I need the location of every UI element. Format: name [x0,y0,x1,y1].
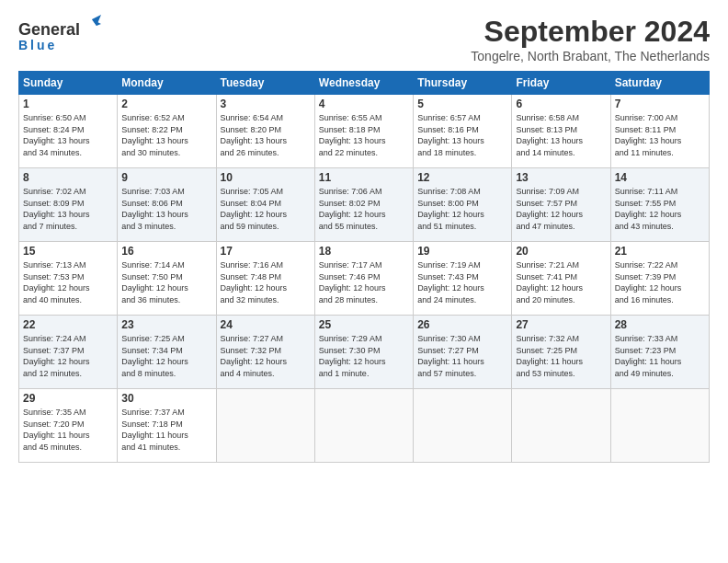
location-subtitle: Tongelre, North Brabant, The Netherlands [471,49,710,63]
calendar-cell: 26Sunrise: 7:30 AM Sunset: 7:27 PM Dayli… [414,316,512,389]
calendar-cell: 6Sunrise: 6:58 AM Sunset: 8:13 PM Daylig… [512,95,610,168]
weekday-header-monday: Monday [118,72,216,95]
logo: General Blue [18,15,101,55]
header: General Blue September 2024 Tongelre, No… [18,15,710,63]
calendar-cell: 25Sunrise: 7:29 AM Sunset: 7:30 PM Dayli… [314,316,413,389]
weekday-header-friday: Friday [512,72,610,95]
calendar-cell [314,389,413,463]
day-info: Sunrise: 7:06 AM Sunset: 8:02 PM Dayligh… [319,186,409,232]
day-info: Sunrise: 7:35 AM Sunset: 7:20 PM Dayligh… [23,407,113,453]
calendar-cell: 9Sunrise: 7:03 AM Sunset: 8:06 PM Daylig… [118,168,216,242]
day-number: 23 [121,318,211,331]
calendar-cell [610,389,709,463]
day-number: 17 [221,245,311,258]
calendar-cell: 12Sunrise: 7:08 AM Sunset: 8:00 PM Dayli… [414,168,512,242]
weekday-header-thursday: Thursday [414,72,512,95]
calendar-cell: 5Sunrise: 6:57 AM Sunset: 8:16 PM Daylig… [414,95,512,168]
weekday-header-wednesday: Wednesday [314,72,413,95]
day-info: Sunrise: 7:29 AM Sunset: 7:30 PM Dayligh… [319,333,409,379]
day-number: 2 [121,98,211,110]
calendar-cell: 28Sunrise: 7:33 AM Sunset: 7:23 PM Dayli… [610,316,709,389]
day-info: Sunrise: 6:58 AM Sunset: 8:13 PM Dayligh… [516,112,606,158]
day-number: 3 [221,98,311,110]
day-number: 9 [121,171,211,184]
calendar-week-3: 15Sunrise: 7:13 AM Sunset: 7:53 PM Dayli… [19,242,710,316]
calendar-cell [512,389,610,463]
day-info: Sunrise: 6:57 AM Sunset: 8:16 PM Dayligh… [417,112,507,158]
day-info: Sunrise: 7:13 AM Sunset: 7:53 PM Dayligh… [23,259,113,305]
calendar-cell: 15Sunrise: 7:13 AM Sunset: 7:53 PM Dayli… [19,242,118,316]
day-info: Sunrise: 6:52 AM Sunset: 8:22 PM Dayligh… [121,112,211,158]
day-number: 7 [615,98,705,110]
calendar-cell: 21Sunrise: 7:22 AM Sunset: 7:39 PM Dayli… [610,242,709,316]
weekday-header-sunday: Sunday [19,72,118,95]
calendar-cell: 3Sunrise: 6:54 AM Sunset: 8:20 PM Daylig… [216,95,314,168]
day-info: Sunrise: 7:30 AM Sunset: 7:27 PM Dayligh… [417,333,507,379]
day-info: Sunrise: 7:27 AM Sunset: 7:32 PM Dayligh… [221,333,311,379]
day-number: 26 [417,318,507,331]
day-info: Sunrise: 7:11 AM Sunset: 7:55 PM Dayligh… [615,186,705,232]
day-info: Sunrise: 7:17 AM Sunset: 7:46 PM Dayligh… [319,259,409,305]
day-info: Sunrise: 7:22 AM Sunset: 7:39 PM Dayligh… [615,259,705,305]
calendar-cell: 22Sunrise: 7:24 AM Sunset: 7:37 PM Dayli… [19,316,118,389]
day-number: 11 [319,171,409,184]
day-number: 28 [615,318,705,331]
day-info: Sunrise: 7:14 AM Sunset: 7:50 PM Dayligh… [121,259,211,305]
calendar-week-2: 8Sunrise: 7:02 AM Sunset: 8:09 PM Daylig… [19,168,710,242]
calendar-cell: 1Sunrise: 6:50 AM Sunset: 8:24 PM Daylig… [19,95,118,168]
day-info: Sunrise: 7:02 AM Sunset: 8:09 PM Dayligh… [23,186,113,232]
calendar-cell: 20Sunrise: 7:21 AM Sunset: 7:41 PM Dayli… [512,242,610,316]
day-number: 24 [221,318,311,331]
weekday-header-tuesday: Tuesday [216,72,314,95]
day-number: 8 [23,171,113,184]
day-number: 6 [516,98,606,110]
day-info: Sunrise: 7:08 AM Sunset: 8:00 PM Dayligh… [417,186,507,232]
day-info: Sunrise: 6:55 AM Sunset: 8:18 PM Dayligh… [319,112,409,158]
day-info: Sunrise: 7:00 AM Sunset: 8:11 PM Dayligh… [615,112,705,158]
day-number: 18 [319,245,409,258]
day-number: 27 [516,318,606,331]
day-info: Sunrise: 7:05 AM Sunset: 8:04 PM Dayligh… [221,186,311,232]
day-info: Sunrise: 7:33 AM Sunset: 7:23 PM Dayligh… [615,333,705,379]
day-info: Sunrise: 7:37 AM Sunset: 7:18 PM Dayligh… [121,407,211,453]
day-info: Sunrise: 7:21 AM Sunset: 7:41 PM Dayligh… [516,259,606,305]
day-number: 12 [417,171,507,184]
day-number: 29 [23,392,113,405]
day-info: Sunrise: 7:19 AM Sunset: 7:43 PM Dayligh… [417,259,507,305]
day-number: 14 [615,171,705,184]
day-number: 30 [121,392,211,405]
calendar-cell: 17Sunrise: 7:16 AM Sunset: 7:48 PM Dayli… [216,242,314,316]
day-number: 10 [221,171,311,184]
day-number: 13 [516,171,606,184]
day-number: 25 [319,318,409,331]
calendar-cell [216,389,314,463]
calendar-cell: 24Sunrise: 7:27 AM Sunset: 7:32 PM Dayli… [216,316,314,389]
svg-text:General: General [18,20,80,39]
day-number: 16 [121,245,211,258]
logo-image: General Blue [18,15,101,55]
calendar-cell: 19Sunrise: 7:19 AM Sunset: 7:43 PM Dayli… [414,242,512,316]
day-info: Sunrise: 7:09 AM Sunset: 7:57 PM Dayligh… [516,186,606,232]
calendar-cell: 27Sunrise: 7:32 AM Sunset: 7:25 PM Dayli… [512,316,610,389]
day-number: 22 [23,318,113,331]
day-number: 21 [615,245,705,258]
calendar-week-5: 29Sunrise: 7:35 AM Sunset: 7:20 PM Dayli… [19,389,710,463]
calendar-cell: 30Sunrise: 7:37 AM Sunset: 7:18 PM Dayli… [118,389,216,463]
day-info: Sunrise: 7:24 AM Sunset: 7:37 PM Dayligh… [23,333,113,379]
calendar-week-4: 22Sunrise: 7:24 AM Sunset: 7:37 PM Dayli… [19,316,710,389]
calendar-cell: 13Sunrise: 7:09 AM Sunset: 7:57 PM Dayli… [512,168,610,242]
calendar-week-1: 1Sunrise: 6:50 AM Sunset: 8:24 PM Daylig… [19,95,710,168]
day-number: 15 [23,245,113,258]
day-number: 20 [516,245,606,258]
calendar-cell: 14Sunrise: 7:11 AM Sunset: 7:55 PM Dayli… [610,168,709,242]
calendar-cell: 18Sunrise: 7:17 AM Sunset: 7:46 PM Dayli… [314,242,413,316]
title-block: September 2024 Tongelre, North Brabant, … [471,15,710,63]
calendar-cell: 2Sunrise: 6:52 AM Sunset: 8:22 PM Daylig… [118,95,216,168]
calendar-cell: 11Sunrise: 7:06 AM Sunset: 8:02 PM Dayli… [314,168,413,242]
day-number: 5 [417,98,507,110]
calendar-cell [414,389,512,463]
calendar-cell: 8Sunrise: 7:02 AM Sunset: 8:09 PM Daylig… [19,168,118,242]
day-number: 19 [417,245,507,258]
calendar-cell: 16Sunrise: 7:14 AM Sunset: 7:50 PM Dayli… [118,242,216,316]
day-info: Sunrise: 7:32 AM Sunset: 7:25 PM Dayligh… [516,333,606,379]
